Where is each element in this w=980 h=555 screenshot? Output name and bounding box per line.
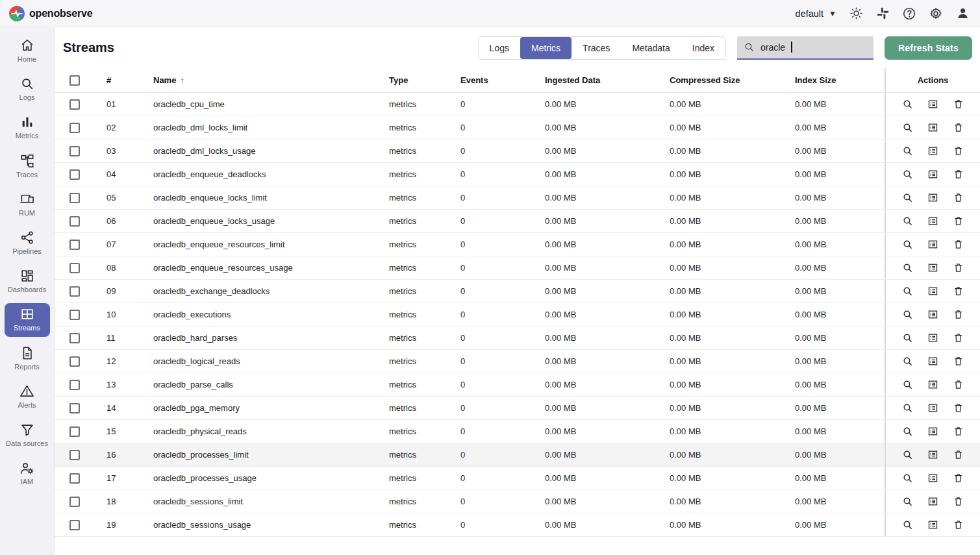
trash-icon[interactable] — [953, 145, 964, 157]
list-details-icon[interactable] — [927, 216, 939, 227]
list-details-icon[interactable] — [927, 262, 939, 274]
help-icon[interactable] — [902, 6, 916, 21]
tab-logs[interactable]: Logs — [479, 37, 520, 59]
trash-icon[interactable] — [953, 332, 964, 344]
list-details-icon[interactable] — [927, 356, 939, 367]
sidebar-item-rum[interactable]: RUM — [5, 188, 50, 221]
trash-icon[interactable] — [953, 262, 964, 274]
explore-search-icon[interactable] — [902, 426, 914, 438]
list-details-icon[interactable] — [927, 122, 939, 134]
list-details-icon[interactable] — [927, 402, 939, 414]
row-checkbox[interactable] — [69, 263, 80, 273]
table-row[interactable]: 02 oracledb_dml_locks_limit metrics 0 0.… — [55, 116, 980, 140]
trash-icon[interactable] — [953, 239, 964, 251]
select-all-checkbox[interactable] — [69, 75, 80, 86]
row-checkbox[interactable] — [69, 193, 80, 203]
table-row[interactable]: 17 oracledb_processes_usage metrics 0 0.… — [55, 467, 980, 490]
column-header-name[interactable]: Name↑ — [153, 75, 389, 85]
sidebar-item-traces[interactable]: Traces — [5, 150, 50, 183]
row-checkbox[interactable] — [69, 99, 80, 110]
tab-index[interactable]: Index — [681, 37, 725, 59]
refresh-stats-button[interactable]: Refresh Stats — [885, 36, 972, 60]
trash-icon[interactable] — [953, 122, 964, 134]
row-checkbox[interactable] — [69, 216, 80, 227]
trash-icon[interactable] — [953, 356, 964, 367]
sidebar-item-iam[interactable]: IAM — [5, 457, 50, 490]
trash-icon[interactable] — [953, 192, 964, 204]
sidebar-item-streams[interactable]: Streams — [5, 303, 50, 336]
table-row[interactable]: 16 oracledb_processes_limit metrics 0 0.… — [55, 443, 980, 467]
explore-search-icon[interactable] — [902, 309, 914, 321]
row-checkbox[interactable] — [69, 356, 80, 367]
list-details-icon[interactable] — [927, 145, 939, 157]
search-input[interactable]: oracle — [737, 36, 873, 60]
table-row[interactable]: 12 oracledb_logical_reads metrics 0 0.00… — [55, 350, 980, 373]
list-details-icon[interactable] — [927, 473, 939, 484]
list-details-icon[interactable] — [927, 309, 939, 321]
list-details-icon[interactable] — [927, 192, 939, 204]
tab-metrics[interactable]: Metrics — [520, 37, 572, 59]
trash-icon[interactable] — [953, 496, 964, 508]
settings-icon[interactable] — [929, 6, 943, 21]
row-checkbox[interactable] — [69, 497, 80, 507]
row-checkbox[interactable] — [69, 286, 80, 297]
sidebar-item-alerts[interactable]: Alerts — [5, 380, 50, 413]
explore-search-icon[interactable] — [902, 332, 914, 344]
sidebar-item-pipelines[interactable]: Pipelines — [5, 227, 50, 260]
row-checkbox[interactable] — [69, 473, 80, 484]
row-checkbox[interactable] — [69, 333, 80, 343]
explore-search-icon[interactable] — [902, 356, 914, 367]
list-details-icon[interactable] — [927, 332, 939, 344]
trash-icon[interactable] — [953, 99, 964, 110]
explore-search-icon[interactable] — [902, 402, 914, 414]
tab-traces[interactable]: Traces — [572, 37, 621, 59]
tab-metadata[interactable]: Metadata — [621, 37, 681, 59]
table-row[interactable]: 03 oracledb_dml_locks_usage metrics 0 0.… — [55, 140, 980, 163]
table-row[interactable]: 08 oracledb_enqueue_resources_usage metr… — [55, 256, 980, 280]
trash-icon[interactable] — [953, 426, 964, 438]
explore-search-icon[interactable] — [902, 99, 914, 110]
row-checkbox[interactable] — [69, 169, 80, 180]
row-checkbox[interactable] — [69, 426, 80, 437]
row-checkbox[interactable] — [69, 403, 80, 413]
list-details-icon[interactable] — [927, 379, 939, 391]
list-details-icon[interactable] — [927, 286, 939, 297]
sidebar-item-reports[interactable]: Reports — [5, 342, 50, 375]
list-details-icon[interactable] — [927, 449, 939, 461]
table-row[interactable]: 18 oracledb_sessions_limit metrics 0 0.0… — [55, 490, 980, 513]
row-checkbox[interactable] — [69, 380, 80, 390]
trash-icon[interactable] — [953, 286, 964, 297]
explore-search-icon[interactable] — [902, 192, 914, 204]
table-row[interactable]: 14 oracledb_pga_memory metrics 0 0.00 MB… — [55, 397, 980, 420]
theme-light-icon[interactable] — [849, 6, 863, 21]
table-row[interactable]: 04 oracledb_enqueue_deadlocks metrics 0 … — [55, 163, 980, 186]
trash-icon[interactable] — [953, 309, 964, 321]
row-checkbox[interactable] — [69, 450, 80, 460]
explore-search-icon[interactable] — [902, 496, 914, 508]
row-checkbox[interactable] — [69, 310, 80, 320]
table-row[interactable]: 09 oracledb_exchange_deadlocks metrics 0… — [55, 280, 980, 303]
trash-icon[interactable] — [953, 473, 964, 484]
explore-search-icon[interactable] — [902, 145, 914, 157]
explore-search-icon[interactable] — [902, 519, 914, 531]
sidebar-item-data-sources[interactable]: Data sources — [5, 419, 50, 452]
sidebar-item-metrics[interactable]: Metrics — [5, 111, 50, 144]
row-checkbox[interactable] — [69, 520, 80, 530]
sidebar-item-logs[interactable]: Logs — [5, 73, 50, 106]
explore-search-icon[interactable] — [902, 216, 914, 227]
table-row[interactable]: 07 oracledb_enqueue_resources_limit metr… — [55, 233, 980, 256]
table-row[interactable]: 05 oracledb_enqueue_locks_limit metrics … — [55, 186, 980, 210]
table-row[interactable]: 11 oracledb_hard_parses metrics 0 0.00 M… — [55, 327, 980, 350]
trash-icon[interactable] — [953, 402, 964, 414]
list-details-icon[interactable] — [927, 519, 939, 531]
list-details-icon[interactable] — [927, 239, 939, 251]
explore-search-icon[interactable] — [902, 473, 914, 484]
explore-search-icon[interactable] — [902, 262, 914, 274]
list-details-icon[interactable] — [927, 426, 939, 438]
table-row[interactable]: 13 oracledb_parse_calls metrics 0 0.00 M… — [55, 373, 980, 397]
row-checkbox[interactable] — [69, 240, 80, 250]
explore-search-icon[interactable] — [902, 239, 914, 251]
explore-search-icon[interactable] — [902, 122, 914, 134]
explore-search-icon[interactable] — [902, 379, 914, 391]
trash-icon[interactable] — [953, 449, 964, 461]
